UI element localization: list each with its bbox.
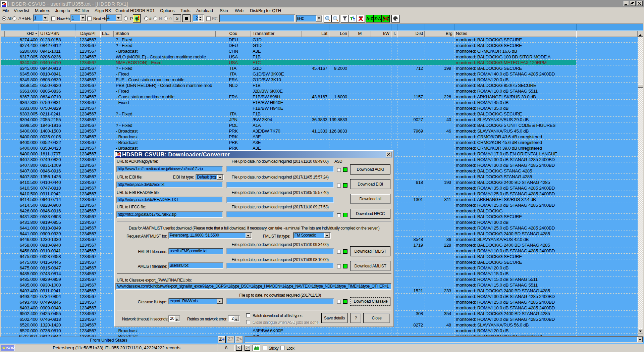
svg-text:A-Z: A-Z bbox=[366, 16, 373, 21]
svg-text:Z-A: Z-A bbox=[374, 16, 381, 21]
